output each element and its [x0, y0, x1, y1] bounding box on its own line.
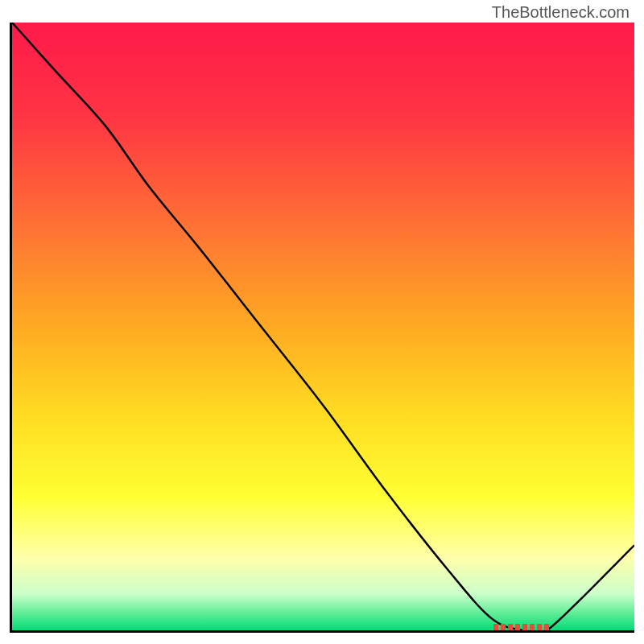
bottleneck-curve: [12, 23, 634, 630]
plot-area: [10, 23, 634, 633]
watermark-text: TheBottleneck.com: [492, 3, 630, 22]
optimal-zone-marker: [493, 624, 550, 630]
chart-container: [10, 23, 634, 633]
